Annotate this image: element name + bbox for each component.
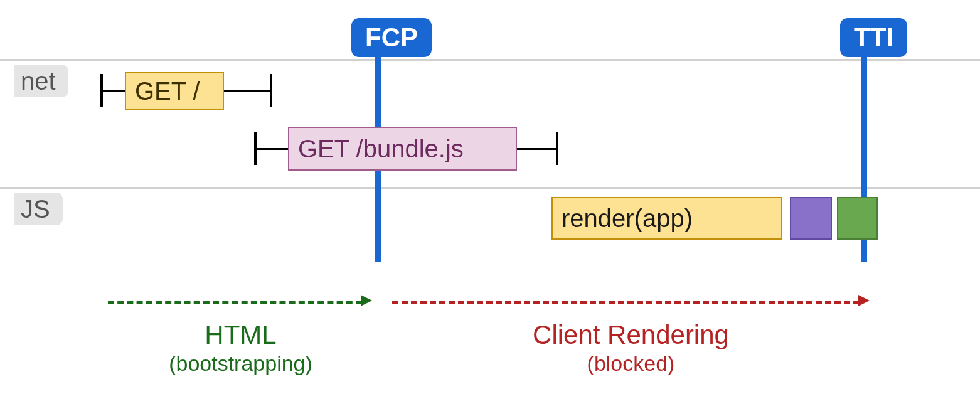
timeline-diagram: net JS FCP TTI GET / GET /bundle.js rend… [0,0,980,394]
lane-divider-bottom [0,187,980,189]
phase-client-arrowhead [858,295,870,306]
phase-html-sub: (bootstrapping) [108,351,373,376]
fcp-badge: FCP [351,18,432,57]
task-get-bundle: GET /bundle.js [288,127,517,171]
get-bundle-whisker-cap-right [556,132,558,165]
lane-label-js: JS [14,193,63,225]
phase-html-arrowhead [361,295,372,306]
get-root-whisker-cap-right [270,74,272,107]
phase-html-title: HTML [108,320,373,350]
phase-client-title: Client Rendering [392,320,870,350]
tti-badge: TTI [840,18,907,57]
task-green-block [837,197,878,240]
task-purple-block [790,197,832,240]
task-get-root: GET / [125,72,224,110]
phase-html-arrow [108,301,362,304]
phase-client-sub: (blocked) [392,351,870,376]
get-bundle-whisker-cap-left [254,132,257,165]
phase-client-arrow [392,301,860,304]
lane-divider-top [0,59,980,61]
get-root-whisker-cap-left [100,74,103,107]
task-render-app: render(app) [551,197,782,240]
lane-label-net: net [14,65,68,97]
